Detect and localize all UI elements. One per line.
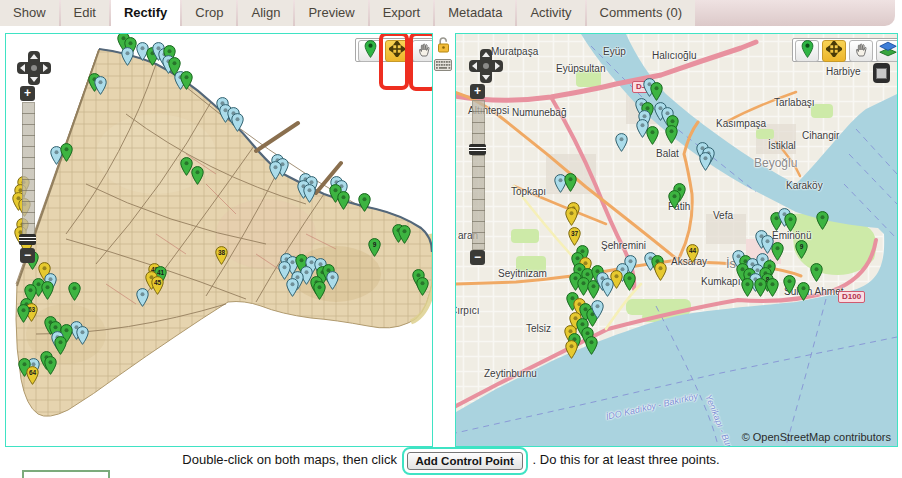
- pan-left-arrow-icon[interactable]: [20, 64, 25, 72]
- control-point-marker[interactable]: [816, 211, 829, 230]
- attribution: © OpenStreetMap contributors: [742, 431, 891, 443]
- tab-export[interactable]: Export: [370, 0, 434, 26]
- control-point-marker[interactable]: [180, 71, 193, 90]
- zoom-out-button[interactable]: −: [470, 250, 485, 265]
- control-point-marker[interactable]: [269, 161, 282, 180]
- svg-text:44: 44: [689, 247, 697, 254]
- control-point-marker[interactable]: 9: [795, 240, 808, 259]
- control-point-marker[interactable]: [699, 152, 712, 171]
- control-point-marker[interactable]: [565, 207, 578, 226]
- control-point-marker[interactable]: [121, 47, 134, 66]
- control-point-marker[interactable]: [17, 304, 30, 323]
- place-label: Telsiz: [526, 323, 551, 334]
- place-label: Zeytinburnu: [484, 368, 537, 379]
- control-point-marker[interactable]: [591, 300, 604, 319]
- control-point-marker[interactable]: [41, 281, 54, 300]
- zoom-in-button[interactable]: +: [470, 84, 485, 99]
- control-point-marker[interactable]: [313, 281, 326, 300]
- keyboard-shortcuts-icon[interactable]: [434, 57, 452, 75]
- tab-rectify[interactable]: Rectify: [111, 0, 180, 26]
- control-point-marker[interactable]: [797, 282, 810, 301]
- control-point-marker[interactable]: [810, 263, 823, 282]
- zoom-slider-track[interactable]: [22, 102, 35, 238]
- control-point-marker[interactable]: [94, 76, 107, 95]
- zoom-in-button[interactable]: +: [20, 86, 35, 101]
- control-point-marker[interactable]: 45: [151, 276, 164, 295]
- pan-right-arrow-icon[interactable]: [495, 62, 500, 70]
- control-point-marker[interactable]: [303, 184, 316, 203]
- control-point-marker[interactable]: [358, 193, 371, 212]
- control-point-marker[interactable]: [784, 213, 797, 232]
- pan-control[interactable]: [469, 49, 503, 83]
- control-points-layer: 374489: [456, 34, 897, 446]
- pan-down-arrow-icon[interactable]: [482, 75, 490, 80]
- move-tool-button[interactable]: [822, 40, 846, 62]
- pan-right-arrow-icon[interactable]: [43, 64, 48, 72]
- add-control-point-button[interactable]: Add Control Point: [407, 452, 523, 470]
- control-point-marker[interactable]: [398, 225, 411, 244]
- zoom-slider-handle[interactable]: [19, 234, 36, 245]
- place-label: Çırpıcı: [455, 305, 479, 316]
- control-point-marker[interactable]: [665, 125, 678, 144]
- control-point-marker[interactable]: [76, 326, 89, 345]
- control-point-marker[interactable]: [68, 282, 81, 301]
- layers-tool-button[interactable]: [876, 40, 898, 62]
- control-point-marker[interactable]: [326, 271, 339, 290]
- pan-left-arrow-icon[interactable]: [472, 62, 477, 70]
- control-point-marker[interactable]: [585, 336, 598, 355]
- place-label: Şehremini: [601, 240, 646, 251]
- control-point-marker[interactable]: [231, 113, 244, 132]
- control-point-marker[interactable]: [646, 126, 659, 145]
- control-point-marker[interactable]: [60, 143, 73, 162]
- lock-maps-icon[interactable]: [436, 36, 451, 57]
- annotation-highlight-bottom: [22, 470, 110, 478]
- control-point-marker[interactable]: [286, 278, 299, 297]
- control-point-marker[interactable]: 64: [26, 366, 39, 385]
- control-point-marker[interactable]: [44, 356, 57, 375]
- place-label: Harbiye: [826, 66, 860, 77]
- map-toolbar: [792, 38, 898, 62]
- historical-map-panel[interactable]: 6364404145389 + −: [5, 33, 433, 447]
- pan-control[interactable]: [17, 51, 51, 85]
- tab-edit[interactable]: Edit: [61, 0, 109, 26]
- control-point-marker[interactable]: [416, 277, 429, 296]
- zoom-slider-handle[interactable]: [469, 144, 486, 155]
- control-point-marker[interactable]: [565, 340, 578, 359]
- control-point-marker[interactable]: [136, 288, 149, 307]
- control-point-marker[interactable]: [601, 278, 614, 297]
- pan-down-arrow-icon[interactable]: [30, 77, 38, 82]
- control-point-marker[interactable]: [761, 235, 774, 254]
- control-point-marker[interactable]: [783, 275, 796, 294]
- tab-show[interactable]: Show: [0, 0, 59, 26]
- tab-preview[interactable]: Preview: [295, 0, 367, 26]
- control-point-marker[interactable]: 44: [686, 244, 699, 263]
- tab-align[interactable]: Align: [238, 0, 293, 26]
- control-point-marker[interactable]: 9: [368, 238, 381, 257]
- tab-metadata[interactable]: Metadata: [435, 0, 515, 26]
- tab-activity[interactable]: Activity: [517, 0, 584, 26]
- osm-map-panel[interactable]: MuratpaşaEyüpHalıcıoğluEyüpsultanHarbiye…: [455, 33, 898, 447]
- control-point-marker[interactable]: [766, 278, 779, 297]
- control-point-marker[interactable]: [741, 278, 754, 297]
- layer-switcher-button[interactable]: [873, 63, 890, 83]
- control-point-marker[interactable]: [191, 166, 204, 185]
- pan-up-arrow-icon[interactable]: [30, 54, 38, 59]
- tab-comments-0[interactable]: Comments (0): [587, 0, 695, 26]
- tab-crop[interactable]: Crop: [182, 0, 236, 26]
- control-point-marker[interactable]: 38: [215, 246, 228, 265]
- control-point-marker[interactable]: [337, 191, 350, 210]
- control-point-marker[interactable]: [615, 133, 628, 152]
- zoom-slider-track[interactable]: [472, 100, 485, 250]
- hand-tool-button[interactable]: [849, 40, 873, 62]
- pan-up-arrow-icon[interactable]: [482, 52, 490, 57]
- place-label: Halıcıoğlu: [652, 50, 696, 61]
- control-point-marker[interactable]: [668, 190, 681, 209]
- control-point-marker[interactable]: [564, 173, 577, 192]
- control-point-marker[interactable]: [654, 262, 667, 281]
- control-point-marker[interactable]: [623, 272, 636, 291]
- marker-tool-button[interactable]: [795, 40, 819, 62]
- control-point-marker[interactable]: [650, 82, 663, 101]
- control-point-marker[interactable]: [54, 336, 67, 355]
- zoom-out-button[interactable]: −: [20, 248, 35, 263]
- control-point-marker[interactable]: 37: [568, 227, 581, 246]
